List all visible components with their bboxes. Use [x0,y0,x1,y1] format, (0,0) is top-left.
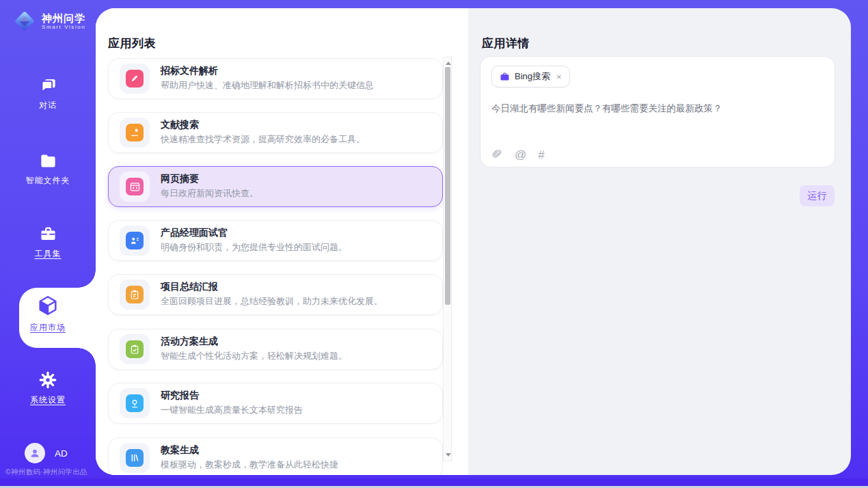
sidebar-item-smart-folder[interactable]: 智能文件夹 [0,152,96,187]
list-scrollbar[interactable] [443,57,452,461]
app-desc: 一键智能生成高质量长文本研究报告 [161,404,303,416]
question-text: 今日湖北有哪些新闻要点？有哪些需要关注的最新政策？ [491,102,819,115]
app-desc: 帮助用户快速、准确地理解和解析招标书中的关键信息 [161,79,374,92]
app-icon-box [120,118,150,148]
app-title: 教案生成 [161,444,199,457]
folder-icon [39,152,57,170]
edit-document-icon [126,70,144,87]
user-account[interactable]: AD [25,443,68,463]
sidebar: 神州问学 Smart Vision 对话 智能文件夹 工具 [0,0,96,488]
app-title: 网页摘要 [161,173,199,185]
sidebar-item-label: 对话 [39,100,57,110]
app-icon-box [120,388,150,418]
sidebar-item-label: 智能文件夹 [26,176,70,185]
list-item-event-plan[interactable]: 活动方案生成 智能生成个性化活动方案，轻松解决规划难题。 [108,329,443,370]
run-button[interactable]: 运行 [800,185,835,206]
app-title: 研究报告 [161,390,199,402]
brand-subtitle: Smart Vision [42,24,85,31]
briefcase-icon [39,225,57,243]
interviewer-icon [126,232,144,249]
app-icon-box [120,443,150,473]
diamond-logo-icon [12,9,37,33]
list-item-research-report[interactable]: 研究报告 一键智能生成高质量长文本研究报告 [108,383,443,424]
list-item-bid-analysis[interactable]: 招标文件解析 帮助用户快速、准确地理解和解析招标书中的关键信息 [108,58,443,99]
app-icon-box [120,64,150,94]
sidebar-item-label: 工具集 [35,249,62,258]
app-desc: 智能生成个性化活动方案，轻松解决规划难题。 [161,350,347,362]
brand-name: 神州问学 [42,12,85,24]
at-icon[interactable]: @ [515,149,526,161]
scroll-up-arrow[interactable] [446,62,451,65]
tool-tag-bing-search[interactable]: Bing搜索 × [491,66,570,87]
clipboard-check-icon [126,340,144,358]
sidebar-item-toolset[interactable]: 工具集 [0,225,96,260]
app-input-card: Bing搜索 × 今日湖北有哪些新闻要点？有哪些需要关注的最新政策？ @ # [480,56,835,167]
app-desc: 全面回顾项目进展，总结经验教训，助力未来优化发展。 [161,295,383,308]
person-icon [28,446,42,460]
app-detail-panel: 应用详情 Bing搜索 × 今日湖北有哪些新闻要点？有哪些需要关注的最新政策？ … [468,8,851,475]
list-item-project-summary[interactable]: 项目总结汇报 全面回顾项目进展，总结经验教训，助力未来优化发展。 [108,274,443,315]
list-item-web-summary[interactable]: 网页摘要 每日政府新闻资讯快查。 [108,166,443,207]
sidebar-item-label: 系统设置 [30,395,66,405]
scroll-down-arrow[interactable] [446,453,451,457]
list-item-pm-interviewer[interactable]: 产品经理面试官 明确身份和职责，为您提供专业性的面试问题。 [108,220,443,261]
content-area: 应用列表 招标文件解析 帮助用户快速、准确地理解和解析招标书中的关键信息 [96,8,851,475]
sidebar-item-settings[interactable]: 系统设置 [0,370,96,406]
books-icon [126,449,144,467]
app-detail-title: 应用详情 [482,36,530,51]
app-desc: 每日政府新闻资讯快查。 [161,187,258,200]
app-icon-box [120,226,150,256]
copyright-text: ©神州数码·神州问学出品 [5,467,96,477]
sidebar-item-chat[interactable]: 对话 [0,77,96,111]
briefcase-icon [500,72,510,82]
app-list-panel: 应用列表 招标文件解析 帮助用户快速、准确地理解和解析招标书中的关键信息 [96,8,468,475]
list-item-lesson-plan[interactable]: 教案生成 模板驱动，教案秒成，教学准备从此轻松快捷 [108,437,443,475]
microscope-icon [126,394,144,412]
hash-icon[interactable]: # [538,149,544,161]
browser-code-icon [126,178,144,195]
app-title: 活动方案生成 [161,336,218,348]
tool-tag-label: Bing搜索 [515,70,550,83]
app-list-title: 应用列表 [108,36,156,51]
brand-logo: 神州问学 Smart Vision [12,9,85,33]
app-title: 文献搜索 [161,119,199,131]
app-icon-box [120,334,150,364]
app-title: 产品经理面试官 [161,227,228,239]
app-desc: 明确身份和职责，为您提供专业性的面试问题。 [161,241,347,254]
app-desc: 快速精准查找学术资源，提高研究效率的必备工具。 [161,133,365,146]
book-icon [126,124,144,141]
bottom-band [0,478,868,486]
sidebar-item-app-market[interactable]: 应用市场 [0,294,96,334]
app-icon-box [120,172,150,202]
user-name: AD [55,448,68,459]
chat-icon [39,77,57,95]
cube-icon [36,294,59,317]
list-item-literature-search[interactable]: 文献搜索 快速精准查找学术资源，提高研究效率的必备工具。 [108,112,443,153]
app-frame: 神州问学 Smart Vision 对话 智能文件夹 工具 [0,0,868,488]
sidebar-item-label: 应用市场 [30,323,66,332]
paperclip-icon[interactable] [491,148,503,161]
avatar [25,443,45,463]
gear-icon [38,370,57,390]
attachment-toolbar: @ # [491,148,545,161]
app-icon-box [120,280,150,310]
scrollbar-thumb[interactable] [445,67,450,305]
close-icon[interactable]: × [556,72,562,82]
app-title: 招标文件解析 [161,65,218,77]
app-title: 项目总结汇报 [161,281,218,293]
clipboard-icon [126,286,144,303]
app-desc: 模板驱动，教案秒成，教学准备从此轻松快捷 [161,459,338,471]
